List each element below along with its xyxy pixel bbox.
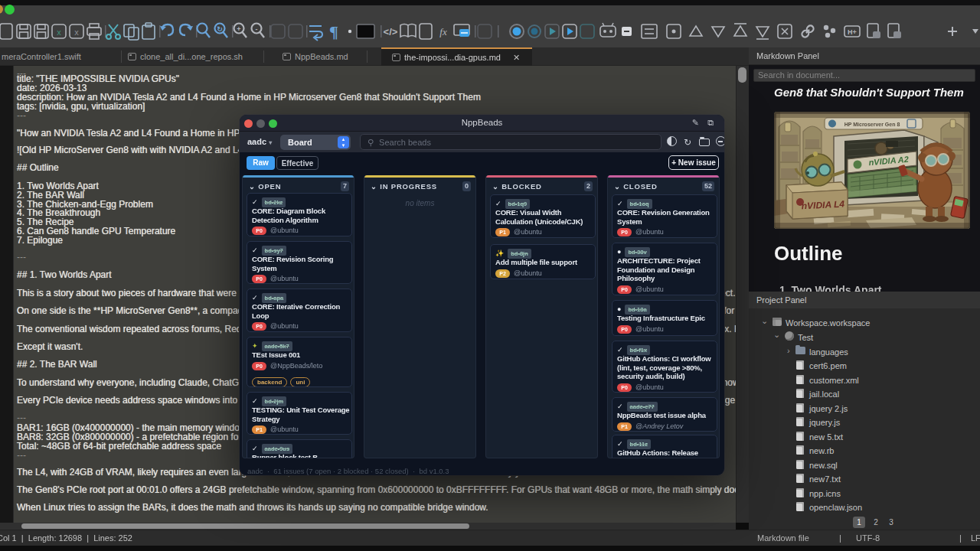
svg-text:↻: ↻: [217, 25, 223, 33]
svg-text:x: x: [74, 28, 79, 37]
svg-text:fx: fx: [439, 26, 447, 37]
svg-text:-: -: [256, 25, 258, 33]
svg-text:¶: ¶: [329, 22, 338, 41]
svg-text:</>: </>: [384, 26, 398, 37]
svg-text:H+: H+: [848, 28, 857, 36]
svg-text:+: +: [237, 25, 240, 33]
svg-text:x: x: [57, 28, 61, 37]
